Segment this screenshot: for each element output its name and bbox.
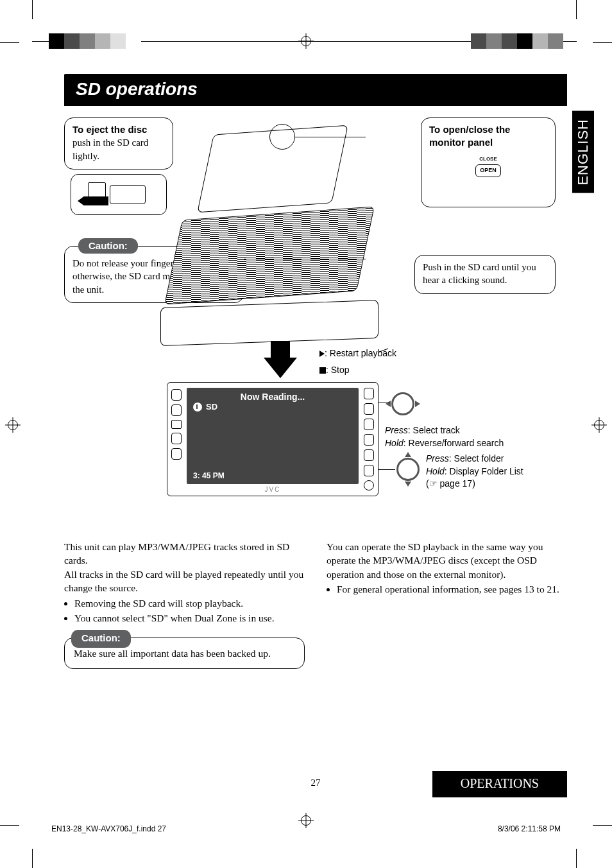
color-bar-right — [471, 33, 563, 49]
register-mark-icon — [5, 417, 21, 435]
body-left-li2: You cannot select "SD" when Dual Zone is… — [74, 611, 305, 625]
diagram: To eject the disc push in the SD card li… — [64, 117, 567, 528]
device-left-icons — [171, 389, 182, 460]
language-tab: ENGLISH — [572, 111, 594, 193]
caution-lower: Caution: Make sure all important data ha… — [64, 638, 305, 669]
arrow-down-icon — [264, 358, 297, 378]
page-content: SD operations ENGLISH To eject the disc … — [64, 74, 567, 797]
device-side-button[interactable] — [364, 449, 374, 461]
body-left-p1: This unit can play MP3/WMA/JPEG tracks s… — [64, 540, 305, 568]
device-side-button[interactable] — [364, 465, 374, 476]
body-left-p2: All tracks in the SD card will be played… — [64, 568, 305, 595]
device-side-button[interactable] — [364, 419, 374, 430]
legend-track: Press: Select track Hold: Reverse/forwar… — [385, 424, 504, 449]
device-frame: Now Reading... SD 3: 45 PM JVC — [167, 382, 378, 496]
page-title: SD operations — [64, 74, 567, 106]
screen-source: SD — [193, 402, 217, 412]
leader-line — [378, 469, 395, 470]
device-side-button[interactable] — [171, 404, 182, 416]
imprint-file: EN13-28_KW-AVX706J_f.indd 27 — [51, 824, 166, 833]
device-side-button[interactable] — [364, 434, 374, 446]
caution-pill-top: Caution: — [78, 238, 138, 254]
legend-folder: Press: Select folder Hold: Display Folde… — [426, 453, 523, 490]
sd-eject-illustration — [71, 174, 167, 215]
leader-line — [244, 259, 366, 259]
leader-line — [295, 137, 366, 137]
callout-open-close-title: To open/close the monitor panel — [429, 123, 547, 150]
brand-label: JVC — [187, 486, 359, 493]
device-side-button[interactable] — [364, 403, 374, 415]
device-right-icons — [364, 388, 374, 490]
callout-push-in-text: Push in the SD card until you hear a cli… — [423, 262, 536, 285]
callout-eject: To eject the disc push in the SD card li… — [64, 117, 173, 169]
play-icon — [319, 351, 325, 357]
screen-time: 3: 45 PM — [193, 471, 225, 480]
callout-eject-title: To eject the disc — [72, 123, 165, 136]
body-right-li1: For general operational information, see… — [337, 582, 567, 596]
imprint-stamp: 8/3/06 2:11:58 PM — [498, 824, 561, 833]
device-side-button[interactable] — [171, 389, 182, 401]
device-side-button[interactable] — [364, 480, 374, 490]
nav-ring-folder[interactable] — [396, 458, 420, 481]
crop-mark — [0, 825, 19, 826]
nav-ring-track[interactable] — [391, 392, 414, 415]
open-close-button[interactable]: OPEN — [475, 164, 501, 177]
device-side-button[interactable] — [171, 420, 182, 429]
device-side-button[interactable] — [171, 448, 182, 460]
crop-mark — [0, 42, 19, 43]
body-col-left: This unit can play MP3/WMA/JPEG tracks s… — [64, 540, 305, 669]
caution-lower-body: Make sure all important data has been ba… — [74, 647, 295, 661]
magnifier-circle — [269, 124, 295, 150]
section-label: OPERATIONS — [432, 771, 567, 797]
imprint-line: EN13-28_KW-AVX706J_f.indd 27 8/3/06 2:11… — [51, 824, 561, 833]
device-screen: Now Reading... SD 3: 45 PM JVC — [187, 388, 359, 484]
body-right-p1: You can operate the SD playback in the s… — [327, 540, 567, 581]
crop-mark — [576, 849, 577, 868]
arrow-left-icon — [78, 196, 108, 205]
stop-icon — [319, 367, 326, 374]
open-btn-top-label: CLOSE — [429, 156, 547, 163]
body-col-right: You can operate the SD playback in the s… — [327, 540, 567, 669]
color-bar-left — [49, 33, 141, 49]
register-mark-icon — [591, 417, 607, 435]
crop-mark — [593, 42, 612, 43]
crop-mark — [32, 849, 33, 868]
crop-mark — [32, 0, 33, 19]
callout-open-close: To open/close the monitor panel CLOSE OP… — [421, 117, 556, 207]
register-mark-icon — [298, 33, 314, 49]
monitor-illustration-bottom — [160, 300, 378, 346]
device-side-button[interactable] — [364, 388, 374, 399]
callout-push-in: Push in the SD card until you hear a cli… — [414, 255, 556, 294]
note-icon — [193, 403, 202, 412]
device-side-button[interactable] — [171, 433, 182, 444]
legend-stop: : Stop — [319, 364, 350, 377]
callout-eject-body: push in the SD card lightly. — [72, 136, 165, 162]
screen-now-reading: Now Reading... — [187, 392, 359, 402]
body-left-li1: Removing the SD card will stop playback. — [74, 596, 305, 610]
arrow-down-icon — [271, 341, 290, 359]
crop-mark — [576, 0, 577, 19]
crop-mark — [593, 825, 612, 826]
page-footer: 27 OPERATIONS — [64, 765, 567, 797]
monitor-illustration-mid — [164, 207, 375, 305]
body-columns: This unit can play MP3/WMA/JPEG tracks s… — [64, 540, 567, 669]
caution-pill-lower: Caution: — [71, 630, 131, 647]
leader-line — [378, 403, 390, 403]
page-number: 27 — [311, 777, 321, 788]
